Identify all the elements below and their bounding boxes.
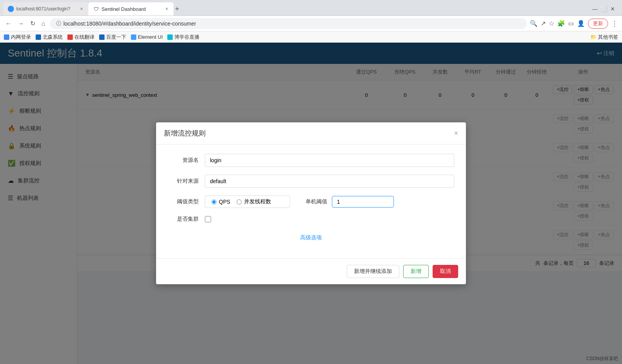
sidebar-toggle-icon[interactable]: ▭ xyxy=(568,20,574,27)
secure-icon: ⓘ xyxy=(56,20,61,27)
search-icon[interactable]: 🔍 xyxy=(530,20,538,27)
url-text: localhost:18080/#/dashboard/identity/ser… xyxy=(64,21,196,27)
restore-btn[interactable]: ⬜ xyxy=(601,6,607,12)
bookmark-beisen[interactable]: 北森系统 xyxy=(36,34,63,41)
form-row-source: 针对来源 xyxy=(168,175,454,188)
bookmark-translate-icon xyxy=(67,34,73,40)
reload-btn[interactable]: ↻ xyxy=(29,18,37,29)
bookmarks-folder-icon: 📁 xyxy=(590,34,596,40)
tab-inactive-title: localhost:8071/user/login?str... xyxy=(16,6,70,12)
bookmark-neiwang-icon xyxy=(4,34,9,40)
bookmark-translate[interactable]: 在线翻译 xyxy=(67,34,95,41)
radio-threads[interactable]: 并发线程数 xyxy=(237,198,271,205)
tab-globe-icon: 🌐 xyxy=(8,6,14,12)
threshold-input-wrapper xyxy=(332,196,394,208)
add-button[interactable]: 新增 xyxy=(403,265,429,278)
cluster-label: 是否集群 xyxy=(168,216,199,223)
minimize-btn[interactable]: — xyxy=(592,6,598,12)
menu-icon[interactable]: ⋮ xyxy=(611,19,618,28)
threshold-type-options: QPS 并发线程数 xyxy=(205,196,290,208)
cluster-checkbox-wrapper[interactable] xyxy=(205,216,211,222)
bookmark-star-icon[interactable]: ☆ xyxy=(549,20,554,27)
modal-close-btn[interactable]: × xyxy=(454,129,458,137)
url-bar[interactable]: ⓘ localhost:18080/#/dashboard/identity/s… xyxy=(50,18,527,29)
app-wrapper: Sentinel 控制台 1.8.4 ↩ 注销 ☰ 簇点链路 ▼ 流控规则 ⚡ … xyxy=(0,43,622,364)
tab-sentinel-icon: 🛡 xyxy=(93,6,99,12)
single-threshold-label: 单机阈值 xyxy=(306,198,327,205)
bookmark-baidu[interactable]: 百度一下 xyxy=(99,34,126,41)
address-bar: ← → ↻ ⌂ ⓘ localhost:18080/#/dashboard/id… xyxy=(0,15,622,31)
bookmarks-right-label[interactable]: 📁 其他书签 xyxy=(590,34,618,41)
tab-active-title: Sentinel Dashboard xyxy=(101,6,146,12)
profile-icon[interactable]: 👤 xyxy=(577,20,585,27)
tab-bar: 🌐 localhost:8071/user/login?str... × 🛡 S… xyxy=(0,0,622,15)
tab-close-active[interactable]: × xyxy=(165,5,169,12)
cancel-button[interactable]: 取消 xyxy=(433,265,458,278)
forward-btn[interactable]: → xyxy=(16,19,26,29)
form-row-cluster: 是否集群 xyxy=(168,216,454,223)
radio-qps-input[interactable] xyxy=(211,199,216,204)
modal-dialog: 新增流控规则 × 资源名 针对来源 阈值类型 xyxy=(156,122,466,284)
update-button[interactable]: 更新 xyxy=(588,19,608,29)
bookmark-element[interactable]: Element UI xyxy=(131,34,163,40)
resource-label: 资源名 xyxy=(168,157,199,164)
advanced-options-link[interactable]: 高级选项 xyxy=(168,230,454,245)
add-continue-button[interactable]: 新增并继续添加 xyxy=(347,265,399,278)
bookmark-neiwang[interactable]: 内网登录 xyxy=(4,34,31,41)
bookmark-xuegutan-icon xyxy=(167,34,173,40)
address-icons: 🔍 ↗ ☆ 🧩 ▭ 👤 更新 ⋮ xyxy=(530,19,618,29)
radio-qps[interactable]: QPS xyxy=(211,199,230,205)
radio-threads-label: 并发线程数 xyxy=(244,198,271,205)
resource-input[interactable] xyxy=(205,154,454,167)
single-threshold-group: 单机阈值 xyxy=(306,196,394,208)
modal-overlay: 新增流控规则 × 资源名 针对来源 阈值类型 xyxy=(0,43,622,364)
threshold-value-input[interactable] xyxy=(332,196,394,208)
form-row-resource: 资源名 xyxy=(168,154,454,167)
source-label: 针对来源 xyxy=(168,178,199,185)
home-btn[interactable]: ⌂ xyxy=(40,19,47,29)
share-icon[interactable]: ↗ xyxy=(541,20,546,27)
form-row-threshold: 阈值类型 QPS 并发线程数 单机阈值 xyxy=(168,196,454,208)
tab-close-inactive[interactable]: × xyxy=(79,5,84,12)
radio-threads-input[interactable] xyxy=(237,199,242,204)
modal-footer: 新增并继续添加 新增 取消 xyxy=(156,258,466,284)
extension-icon[interactable]: 🧩 xyxy=(557,20,565,27)
tab-active[interactable]: 🛡 Sentinel Dashboard × xyxy=(88,2,174,15)
bookmarks-bar: 内网登录 北森系统 在线翻译 百度一下 Element UI 博学谷直播 📁 其… xyxy=(0,31,622,43)
bookmark-baidu-icon xyxy=(99,34,105,40)
close-btn[interactable]: ✕ xyxy=(610,6,615,12)
browser-chrome: 🌐 localhost:8071/user/login?str... × 🛡 S… xyxy=(0,0,622,43)
threshold-type-label: 阈值类型 xyxy=(168,198,199,205)
modal-header: 新增流控规则 × xyxy=(156,122,466,144)
bookmark-element-icon xyxy=(131,34,136,40)
bookmark-xuegutan[interactable]: 博学谷直播 xyxy=(167,34,199,41)
cluster-checkbox[interactable] xyxy=(205,216,211,222)
bookmark-beisen-icon xyxy=(36,34,41,40)
tab-inactive[interactable]: 🌐 localhost:8071/user/login?str... × xyxy=(3,2,88,15)
new-tab-button[interactable]: + xyxy=(175,5,179,13)
radio-qps-label: QPS xyxy=(219,199,230,205)
modal-body: 资源名 针对来源 阈值类型 QPS xyxy=(156,144,466,254)
modal-title: 新增流控规则 xyxy=(164,129,206,138)
back-btn[interactable]: ← xyxy=(4,19,13,29)
source-input[interactable] xyxy=(205,175,454,188)
